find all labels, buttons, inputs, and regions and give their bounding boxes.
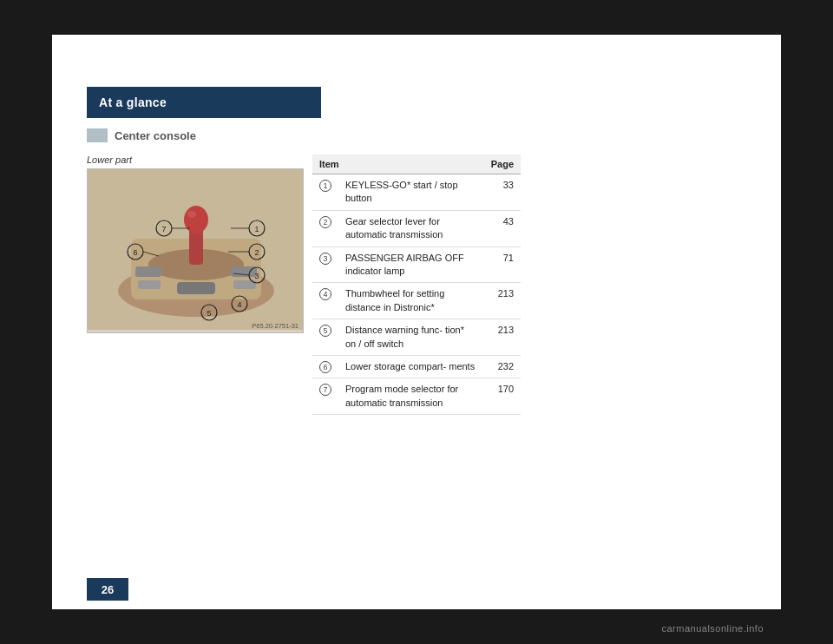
car-interior-svg: 1 2 3 4 5 6 7 [88, 169, 304, 330]
row-description: Program mode selector for automatic tran… [338, 378, 484, 415]
page-number-box: 26 [87, 578, 128, 601]
row-page: 213 [484, 283, 521, 319]
svg-text:5: 5 [207, 309, 211, 318]
table-header-row: Item Page [312, 154, 521, 174]
row-description: PASSENGER AIRBAG OFF indicator lamp [338, 246, 484, 283]
row-description: Thumbwheel for setting distance in Distr… [338, 283, 484, 319]
svg-text:6: 6 [133, 248, 137, 257]
lower-part-label: Lower part [87, 154, 132, 165]
watermark: carmanualsonline.info [661, 623, 764, 634]
table-row: 2 Gear selector lever for automatic tran… [312, 210, 521, 246]
items-table-container: Item Page 1 KEYLESS-GO* start / stop but… [312, 154, 521, 415]
row-num: 6 [312, 355, 338, 378]
section-color-box [87, 128, 108, 142]
row-page: 232 [484, 355, 521, 378]
at-a-glance-bar: At a glance [87, 87, 321, 118]
svg-text:2: 2 [254, 248, 259, 257]
row-num: 1 [312, 174, 338, 211]
table-row: 3 PASSENGER AIRBAG OFF indicator lamp 71 [312, 246, 521, 283]
row-num: 7 [312, 378, 338, 415]
items-table: Item Page 1 KEYLESS-GO* start / stop but… [312, 154, 521, 415]
row-description: Lower storage compart- ments [338, 355, 484, 378]
row-description: Gear selector lever for automatic transm… [338, 210, 484, 246]
image-caption: P65.20-2751-31 [252, 322, 298, 330]
row-num: 2 [312, 210, 338, 246]
svg-text:7: 7 [161, 225, 166, 233]
row-page: 43 [484, 210, 521, 246]
svg-text:3: 3 [254, 272, 259, 280]
svg-rect-7 [135, 266, 161, 277]
row-page: 170 [484, 378, 521, 415]
col-item-header: Item [312, 154, 484, 174]
row-num: 3 [312, 246, 338, 283]
row-description: Distance warning func- tion* on / off sw… [338, 319, 484, 356]
at-a-glance-label: At a glance [99, 95, 167, 109]
svg-rect-8 [138, 280, 161, 289]
row-page: 71 [484, 246, 521, 283]
table-row: 6 Lower storage compart- ments 232 [312, 355, 521, 378]
section-header: Center console [87, 128, 196, 142]
svg-rect-11 [177, 282, 215, 294]
svg-text:1: 1 [254, 225, 259, 233]
table-row: 1 KEYLESS-GO* start / stop button 33 [312, 174, 521, 211]
page-number: 26 [102, 583, 114, 596]
row-page: 33 [484, 174, 521, 211]
svg-text:4: 4 [237, 300, 241, 309]
table-row: 4 Thumbwheel for setting distance in Dis… [312, 283, 521, 319]
row-description: KEYLESS-GO* start / stop button [338, 174, 484, 211]
table-row: 7 Program mode selector for automatic tr… [312, 378, 521, 415]
svg-point-6 [187, 211, 196, 218]
row-num: 4 [312, 283, 338, 319]
svg-point-5 [184, 206, 208, 233]
section-title: Center console [115, 129, 196, 142]
car-interior-image: 1 2 3 4 5 6 7 P65.20-2751-31 [87, 168, 304, 333]
col-page-header: Page [484, 154, 521, 174]
row-page: 213 [484, 319, 521, 356]
table-row: 5 Distance warning func- tion* on / off … [312, 319, 521, 356]
row-num: 5 [312, 319, 338, 356]
